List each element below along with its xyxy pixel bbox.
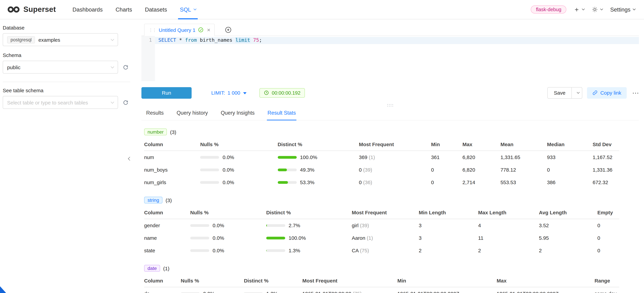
- copy-link-label: Copy link: [600, 90, 621, 96]
- most-frequent-value: Aaron: [352, 235, 365, 241]
- stats-section-string: string(3)ColumnNulls %Distinct %Most Fre…: [144, 197, 619, 257]
- most-frequent-value: 1965-01-01T00:00:00: [302, 291, 351, 293]
- cell-most-frequent: girl (39): [352, 219, 419, 232]
- nulls-progressbar: [200, 168, 219, 171]
- table-header-row: ColumnNulls %Distinct %Most FrequentMinM…: [144, 138, 619, 151]
- sql-code-line: SELECT * from birth_names limit 75;: [155, 36, 262, 81]
- editor-gutter: 1: [142, 36, 155, 81]
- most-frequent-count: (1): [368, 154, 375, 160]
- column-header: Distinct %: [266, 206, 352, 219]
- cell-value: 361: [431, 151, 462, 164]
- tab-results[interactable]: Results: [146, 107, 164, 120]
- environment-tag: flask-debug: [531, 6, 566, 14]
- limit-dropdown[interactable]: LIMIT: 1 000: [211, 90, 247, 96]
- nav-label: Datasets: [145, 6, 167, 13]
- tab-query-insights[interactable]: Query Insights: [220, 107, 255, 120]
- main-nav: Dashboards Charts Datasets SQL: [66, 0, 202, 19]
- line-number: 1: [149, 37, 152, 43]
- cell-value: 0: [597, 232, 619, 244]
- link-icon: [592, 90, 598, 95]
- more-actions-button[interactable]: ⋯: [632, 89, 639, 96]
- column-header: Column: [144, 274, 181, 287]
- tab-query-history[interactable]: Query history: [176, 107, 208, 120]
- sql-keyword-highlighted: limit: [235, 37, 250, 43]
- cell-value: same day: [594, 287, 619, 293]
- sql-editor[interactable]: 1 SELECT * from birth_names limit 75;: [142, 36, 639, 81]
- superset-logo-icon: [7, 6, 20, 13]
- cell-value: 3.52: [539, 219, 597, 232]
- cell-value: 778.12: [500, 164, 547, 176]
- cell-distinct: 1.3%: [266, 244, 352, 257]
- add-tab-button[interactable]: [225, 26, 232, 33]
- resize-grip-handle[interactable]: [387, 104, 393, 107]
- settings-menu[interactable]: Settings: [610, 6, 635, 13]
- table-row: gender0.0%2.7%girl (39)343.520: [144, 219, 619, 232]
- cell-column-name: gender: [144, 219, 190, 232]
- collapse-sidebar-button[interactable]: [127, 154, 132, 163]
- schema-select[interactable]: public: [3, 61, 118, 74]
- column-header: Std Dev: [592, 138, 619, 151]
- type-badge-date: date: [144, 265, 160, 272]
- run-button[interactable]: Run: [142, 87, 192, 98]
- save-dropdown-button[interactable]: [572, 87, 582, 98]
- type-badge-number: number: [144, 129, 167, 136]
- result-tabs: Results Query history Query Insights Res…: [142, 107, 639, 120]
- table-select[interactable]: [3, 96, 118, 109]
- table-row: num_boys0.0%49.3%0 (39)06,820778.1201,33…: [144, 164, 619, 176]
- nav-item-charts[interactable]: Charts: [109, 0, 138, 19]
- sql-token: ;: [259, 37, 262, 43]
- cell-value: 0: [597, 244, 619, 257]
- column-header: Max: [462, 138, 500, 151]
- cell-value: 3: [419, 232, 478, 244]
- column-count: (1): [163, 266, 170, 271]
- type-badge-string: string: [144, 197, 162, 204]
- nav-item-sql[interactable]: SQL: [174, 0, 202, 19]
- database-value: examples: [38, 37, 60, 42]
- copy-link-button[interactable]: Copy link: [587, 87, 627, 98]
- database-select[interactable]: postgresql examples: [3, 33, 118, 46]
- most-frequent-count: (1): [366, 235, 373, 241]
- cell-nulls: 0.0%: [181, 287, 244, 293]
- nulls-progressbar: [200, 181, 219, 184]
- tab-drag-handle-icon[interactable]: ⋮⋮: [148, 27, 156, 32]
- column-header: Min: [431, 138, 462, 151]
- column-count: (3): [166, 197, 172, 203]
- sql-keyword: SELECT: [158, 37, 176, 43]
- database-engine-chip: postgresql: [7, 36, 35, 43]
- progressbar-fill: [278, 168, 287, 171]
- query-tab[interactable]: ⋮⋮ Untitled Query 1 ×: [144, 24, 215, 36]
- table-row: ds0.0%1.3%1965-01-01T00:00:00 (75)1965-0…: [144, 287, 619, 293]
- query-tab-title: Untitled Query 1: [159, 27, 196, 33]
- theme-toggle-button[interactable]: [592, 6, 603, 12]
- most-frequent-count: (36): [362, 180, 372, 185]
- cell-nulls: 0.0%: [190, 219, 266, 232]
- chevron-left-icon: [128, 157, 132, 161]
- distinct-percent-label: 53.3%: [300, 180, 314, 185]
- cell-value: 672.32: [592, 176, 619, 189]
- column-header: Min Length: [419, 206, 478, 219]
- sql-editor-panel: ⋮⋮ Untitled Query 1 × 1 SELECT * from bi…: [142, 19, 644, 293]
- refresh-tables-button[interactable]: [123, 100, 128, 105]
- cell-column-name: name: [144, 232, 190, 244]
- close-tab-icon[interactable]: ×: [207, 27, 210, 33]
- nulls-progressbar: [190, 249, 209, 252]
- sidebar-divider: [3, 82, 130, 82]
- pane-resize-row: [142, 104, 639, 107]
- new-item-button[interactable]: [574, 6, 584, 12]
- superset-brand[interactable]: Superset: [7, 0, 56, 19]
- column-header: Most Frequent: [302, 274, 397, 287]
- column-header: Distinct %: [244, 274, 302, 287]
- table-search-input[interactable]: [7, 100, 111, 105]
- cell-most-frequent: 369 (1): [359, 151, 431, 164]
- nav-item-dashboards[interactable]: Dashboards: [66, 0, 109, 19]
- settings-label: Settings: [610, 6, 630, 13]
- refresh-schemas-button[interactable]: [123, 64, 128, 70]
- save-button[interactable]: Save: [547, 87, 572, 98]
- distinct-progressbar: [266, 237, 285, 240]
- cell-nulls: 0.0%: [190, 244, 266, 257]
- cell-value: 933: [547, 151, 592, 164]
- nav-item-datasets[interactable]: Datasets: [138, 0, 174, 19]
- cell-column-name: num_girls: [144, 176, 200, 189]
- limit-value: 1 000: [228, 90, 240, 96]
- tab-result-stats[interactable]: Result Stats: [267, 107, 296, 120]
